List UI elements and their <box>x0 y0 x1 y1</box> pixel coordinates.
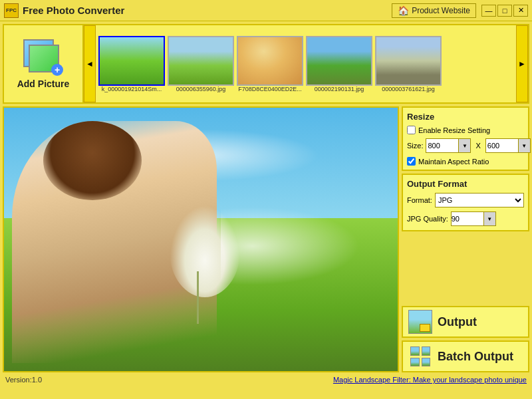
preview-panel <box>3 106 399 372</box>
product-website-button[interactable]: 🏠 Product Website <box>392 3 476 18</box>
quality-label: JPG Quality: <box>407 215 448 223</box>
nav-left-icon: ◄ <box>86 59 94 68</box>
maximize-button[interactable]: □ <box>497 5 512 17</box>
toolbar: + Add Picture ◄ k_000001921014Sm... 0000… <box>3 24 529 104</box>
thumbnail-label: F708D8CE0400ED2E... <box>238 86 302 92</box>
titlebar: FPC Free Photo Converter 🏠 Product Websi… <box>0 0 532 21</box>
format-select-wrap: JPG PNG BMP GIF TIFF <box>435 193 524 207</box>
app-title: Free Photo Converter <box>23 5 392 16</box>
batch-icon-cell <box>410 346 420 356</box>
thumbnail-item[interactable]: 000006355960.jpg <box>168 36 234 92</box>
enable-resize-label: Enable Resize Setting <box>418 126 490 134</box>
nav-right-button[interactable]: ► <box>516 25 528 102</box>
width-dropdown[interactable]: ▼ <box>459 138 471 153</box>
width-input-wrap: ▼ <box>426 138 471 153</box>
version-label: Version:1.0 <box>5 376 42 384</box>
size-row: Size: ▼ X ▼ <box>407 138 524 153</box>
quality-row: JPG Quality: ▼ <box>407 211 524 226</box>
product-website-label: Product Website <box>412 6 470 15</box>
height-dropdown[interactable]: ▼ <box>519 138 531 153</box>
aspect-ratio-row: Maintain Aspect Ratio <box>407 157 524 166</box>
x-separator: X <box>475 142 480 150</box>
quality-input-wrap: ▼ <box>451 211 496 226</box>
add-picture-label: Add Picture <box>17 78 70 89</box>
thumbnail-image <box>375 36 442 86</box>
quality-dropdown[interactable]: ▼ <box>484 211 496 226</box>
app-icon-label: FPC <box>6 7 17 13</box>
thumbnail-item[interactable]: F708D8CE0400ED2E... <box>237 36 303 92</box>
thumbnail-strip: k_000001921014Sm... 000006355960.jpg F70… <box>96 25 516 102</box>
thumbnail-image <box>237 36 303 86</box>
thumbnail-item[interactable]: 0000003761621.jpg <box>375 36 442 92</box>
batch-icon-cell <box>410 358 420 367</box>
batch-icon-cell <box>422 358 431 367</box>
aspect-ratio-label: Maintain Aspect Ratio <box>418 158 489 166</box>
batch-icon-cell <box>422 346 431 356</box>
spacer <box>402 234 529 303</box>
thumbnail-label: 000002190131.jpg <box>315 86 364 92</box>
height-input[interactable] <box>485 138 519 153</box>
close-button[interactable]: ✕ <box>513 5 528 17</box>
minimize-button[interactable]: — <box>481 5 496 17</box>
preview-image <box>4 108 398 371</box>
output-format-panel: Output Format Format: JPG PNG BMP GIF TI… <box>402 174 529 231</box>
batch-output-label: Batch Output <box>438 350 513 364</box>
height-input-wrap: ▼ <box>485 138 531 153</box>
enable-resize-row: Enable Resize Setting <box>407 126 524 134</box>
thumbnail-label: k_000001921014Sm... <box>102 86 162 92</box>
resize-panel: Resize Enable Resize Setting Size: ▼ X ▼ <box>402 106 529 171</box>
output-button[interactable]: Output <box>402 306 529 338</box>
landscape-filter-link[interactable]: Magic Landscape Filter: Make your landsc… <box>333 376 527 384</box>
thumbnail-image <box>306 36 372 86</box>
app-icon: FPC <box>4 3 19 18</box>
right-panel: Resize Enable Resize Setting Size: ▼ X ▼ <box>402 106 529 372</box>
thumbnail-label: 000006355960.jpg <box>176 86 226 92</box>
thumbnail-item[interactable]: k_000001921014Sm... <box>98 36 165 92</box>
resize-title: Resize <box>407 112 524 122</box>
statusbar: Version:1.0 Magic Landscape Filter: Make… <box>0 372 532 387</box>
output-label: Output <box>438 315 477 329</box>
format-row: Format: JPG PNG BMP GIF TIFF <box>407 193 524 207</box>
house-icon: 🏠 <box>398 5 409 16</box>
format-select[interactable]: JPG PNG BMP GIF TIFF <box>435 193 524 207</box>
nav-right-icon: ► <box>518 59 526 68</box>
thumbnail-item[interactable]: 000002190131.jpg <box>306 36 372 92</box>
nav-left-button[interactable]: ◄ <box>84 25 96 102</box>
add-picture-button[interactable]: + Add Picture <box>4 25 84 102</box>
batch-output-button[interactable]: Batch Output <box>402 340 529 372</box>
thumbnail-image <box>168 36 234 86</box>
output-icon <box>408 310 432 334</box>
width-input[interactable] <box>426 138 459 153</box>
output-format-title: Output Format <box>407 179 524 189</box>
thumbnail-image <box>98 36 165 86</box>
enable-resize-checkbox[interactable] <box>407 126 416 134</box>
add-picture-icon: + <box>23 39 63 76</box>
aspect-ratio-checkbox[interactable] <box>407 157 416 166</box>
format-label: Format: <box>407 196 432 204</box>
quality-input[interactable] <box>451 211 484 226</box>
thumbnail-label: 0000003761621.jpg <box>382 86 435 92</box>
batch-output-icon <box>408 344 432 368</box>
size-label: Size: <box>407 142 423 150</box>
main-content: Resize Enable Resize Setting Size: ▼ X ▼ <box>3 106 529 372</box>
